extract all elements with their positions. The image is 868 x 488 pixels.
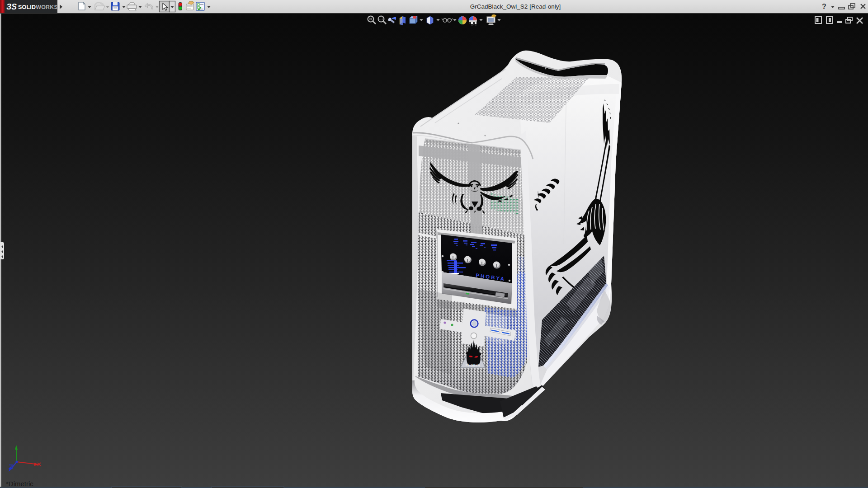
svg-text:SOLIDWORKS: SOLIDWORKS — [18, 4, 57, 10]
svg-text:PHOBYA: PHOBYA — [466, 364, 480, 367]
svg-text:?: ? — [822, 3, 826, 10]
svg-text:ЗS: ЗS — [6, 2, 17, 11]
svg-text:*Dimetric: *Dimetric — [6, 480, 33, 488]
